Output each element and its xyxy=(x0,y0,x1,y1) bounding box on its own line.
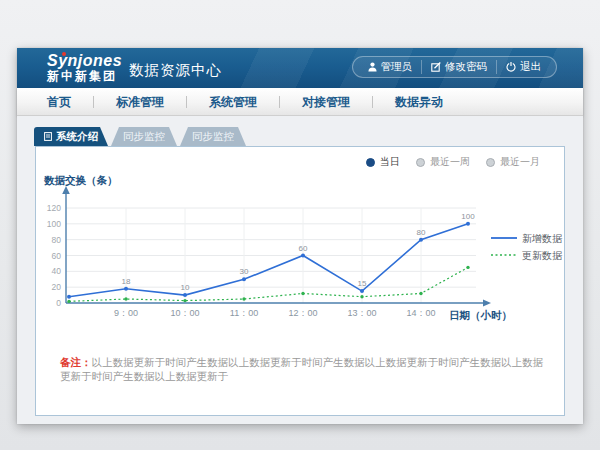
logo-red-dot-icon xyxy=(62,52,66,56)
nav-item-data-change[interactable]: 数据异动 xyxy=(373,88,465,116)
svg-text:80: 80 xyxy=(417,228,426,237)
svg-text:9：00: 9：00 xyxy=(114,308,138,318)
svg-text:数据交换（条）: 数据交换（条） xyxy=(43,174,118,187)
logo[interactable]: Synjones 新中新集团 xyxy=(47,52,122,83)
svg-text:100: 100 xyxy=(47,219,61,229)
nav-item-interface-mgmt[interactable]: 对接管理 xyxy=(280,88,372,116)
chart-panel: 当日 最近一周 最近一月 0204060801001209：0010：0011：… xyxy=(35,146,565,416)
series-新增数据 xyxy=(69,224,468,297)
radio-unselected-icon xyxy=(416,158,425,167)
user-name: 管理员 xyxy=(381,60,413,74)
svg-text:15: 15 xyxy=(358,279,367,288)
nav-item-standard-mgmt[interactable]: 标准管理 xyxy=(94,88,186,116)
svg-text:80: 80 xyxy=(52,235,62,245)
svg-text:新增数据: 新增数据 xyxy=(522,233,563,244)
logo-text-en: Synjones xyxy=(47,52,122,69)
svg-text:30: 30 xyxy=(240,267,249,276)
svg-text:更新数据: 更新数据 xyxy=(522,250,563,261)
svg-text:13：00: 13：00 xyxy=(347,308,376,318)
tab-system-intro[interactable]: 系统介绍 xyxy=(34,127,108,146)
change-password-label: 修改密码 xyxy=(445,60,487,74)
svg-text:100: 100 xyxy=(461,212,475,221)
user-toolbar: 管理员 修改密码 退出 xyxy=(352,56,558,78)
logo-text-cn: 新中新集团 xyxy=(47,69,122,83)
user-menu[interactable]: 管理员 xyxy=(359,60,422,74)
app-header: Synjones 新中新集团 数据资源中心 管理员 修改密码 退出 xyxy=(17,48,583,88)
radio-selected-icon xyxy=(366,158,375,167)
svg-text:10：00: 10：00 xyxy=(170,308,199,318)
radio-unselected-icon xyxy=(486,158,495,167)
app-window: Synjones 新中新集团 数据资源中心 管理员 修改密码 退出 首页 标准管… xyxy=(17,48,583,424)
power-icon xyxy=(506,62,516,72)
svg-text:120: 120 xyxy=(47,203,61,213)
logout-button[interactable]: 退出 xyxy=(496,60,550,74)
y-axis-arrow xyxy=(62,186,70,194)
content-area: 系统介绍 同步监控 同步监控 当日 最近一周 xyxy=(17,116,583,424)
svg-text:18: 18 xyxy=(122,277,131,286)
svg-text:11：00: 11：00 xyxy=(230,308,258,318)
svg-text:日期（小时）: 日期（小时） xyxy=(449,309,512,322)
logout-label: 退出 xyxy=(520,60,541,74)
footnote: 备注：以上数据更新于时间产生数据以上数据更新于时间产生数据以上数据更新于时间产生… xyxy=(60,355,548,383)
footnote-prefix: 备注： xyxy=(60,356,92,368)
x-axis-arrow xyxy=(483,299,491,306)
main-nav: 首页 标准管理 系统管理 对接管理 数据异动 xyxy=(17,88,583,116)
nav-item-system-mgmt[interactable]: 系统管理 xyxy=(187,88,279,116)
document-icon xyxy=(44,132,52,141)
footnote-text: 以上数据更新于时间产生数据以上数据更新于时间产生数据以上数据更新于时间产生数据以… xyxy=(60,356,543,382)
nav-item-home[interactable]: 首页 xyxy=(25,88,93,116)
user-icon xyxy=(368,62,377,72)
tab-label: 同步监控 xyxy=(123,130,165,144)
svg-text:60: 60 xyxy=(299,244,308,253)
page-title: 数据资源中心 xyxy=(129,61,222,80)
svg-text:60: 60 xyxy=(52,251,62,261)
svg-text:10: 10 xyxy=(181,283,190,292)
tab-label: 系统介绍 xyxy=(56,130,98,144)
tab-bar: 系统介绍 同步监控 同步监控 xyxy=(34,127,246,146)
svg-text:12：00: 12：00 xyxy=(288,308,317,318)
change-password-button[interactable]: 修改密码 xyxy=(421,60,496,74)
svg-text:20: 20 xyxy=(52,282,62,292)
tab-label: 同步监控 xyxy=(192,130,234,144)
svg-text:40: 40 xyxy=(52,266,62,276)
tab-sync-monitor-1[interactable]: 同步监控 xyxy=(111,127,177,146)
tab-sync-monitor-2[interactable]: 同步监控 xyxy=(180,127,246,146)
svg-text:0: 0 xyxy=(56,298,61,308)
line-chart: 0204060801001209：0010：0011：0012：0013：001… xyxy=(36,167,566,357)
svg-text:14：00: 14：00 xyxy=(406,308,435,318)
edit-icon xyxy=(431,62,441,72)
